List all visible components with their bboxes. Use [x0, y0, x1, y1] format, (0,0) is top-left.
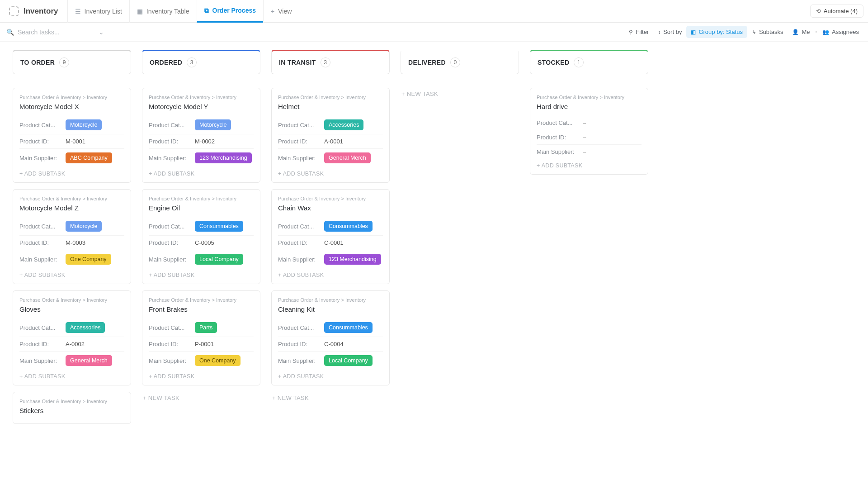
plus-icon: +: [271, 8, 274, 15]
tag-pill[interactable]: 123 Merchandising: [324, 254, 381, 265]
groupby-button[interactable]: ◧ Group by: Status: [686, 26, 747, 38]
tab-label: View: [278, 8, 292, 15]
field-value: A-0002: [66, 341, 85, 347]
task-card[interactable]: Purchase Order & Inventory > InventoryGl…: [13, 290, 131, 385]
task-card[interactable]: Purchase Order & Inventory > InventoryMo…: [142, 88, 260, 183]
tag-pill[interactable]: Accessories: [66, 322, 105, 333]
tag-pill[interactable]: Accessories: [324, 119, 363, 130]
tag-pill[interactable]: Consummables: [324, 322, 373, 333]
tag-pill[interactable]: Motorcycle: [195, 119, 231, 130]
card-title: Motorcycle Model Z: [19, 204, 124, 212]
column-header[interactable]: TO ORDER9: [13, 50, 131, 74]
field-value: C-0005: [195, 239, 214, 246]
tab-inventory-list[interactable]: ☰Inventory List: [67, 0, 129, 23]
column-body: Purchase Order & Inventory > InventoryHa…: [530, 88, 648, 175]
card-field-row: Product Cat...Consummables: [149, 217, 254, 235]
task-card[interactable]: Purchase Order & Inventory > InventoryCl…: [271, 290, 390, 385]
tab-inventory-table[interactable]: ▦Inventory Table: [129, 0, 197, 23]
field-label: Product Cat...: [149, 324, 192, 331]
card-breadcrumb: Purchase Order & Inventory > Inventory: [278, 297, 383, 303]
filter-button[interactable]: ⚲ Filter: [624, 26, 653, 38]
field-label: Product Cat...: [278, 223, 321, 230]
add-subtask-button[interactable]: + ADD SUBTASK: [278, 370, 383, 381]
tag-pill[interactable]: Consummables: [324, 221, 373, 232]
tab-order-process[interactable]: ⧉Order Process: [197, 0, 264, 23]
new-task-button[interactable]: + NEW TASK: [271, 392, 390, 404]
add-subtask-button[interactable]: + ADD SUBTASK: [19, 370, 124, 381]
card-field-row: Product Cat...–: [537, 116, 642, 130]
card-title: Stickers: [19, 407, 124, 414]
column-header[interactable]: DELIVERED0: [401, 50, 519, 74]
field-label: Product Cat...: [537, 119, 580, 126]
subtasks-button[interactable]: ↳ Subtasks: [747, 26, 788, 38]
task-card[interactable]: Purchase Order & Inventory > InventoryMo…: [13, 88, 131, 183]
tag-pill[interactable]: Local Company: [195, 254, 243, 265]
groupby-label: Group by: Status: [698, 29, 743, 35]
automate-button[interactable]: ⟲ Automate (4): [810, 5, 863, 18]
card-field-row: Product Cat...Motorcycle: [19, 217, 124, 235]
column-title: TO ORDER: [20, 59, 55, 66]
card-field-row: Main Supplier:–: [537, 144, 642, 159]
me-button[interactable]: 👤 Me: [788, 26, 814, 38]
search-input[interactable]: [18, 29, 85, 36]
task-card[interactable]: Purchase Order & Inventory > InventoryHa…: [530, 88, 648, 175]
tag-pill[interactable]: General Merch: [66, 355, 112, 366]
tag-pill[interactable]: Motorcycle: [66, 119, 102, 130]
tab-add-view[interactable]: +View: [263, 0, 299, 23]
tag-pill[interactable]: One Company: [195, 355, 241, 366]
add-subtask-button[interactable]: + ADD SUBTASK: [537, 159, 642, 171]
tag-pill[interactable]: Parts: [195, 322, 217, 333]
subtasks-icon: ↳: [752, 29, 756, 35]
tag-pill[interactable]: ABC Company: [66, 152, 112, 163]
field-label: Main Supplier:: [537, 148, 580, 155]
field-value-empty: –: [583, 119, 586, 126]
tag-pill[interactable]: One Company: [66, 254, 111, 265]
new-task-button[interactable]: + NEW TASK: [142, 392, 260, 404]
add-subtask-button[interactable]: + ADD SUBTASK: [149, 167, 254, 179]
card-title: Helmet: [278, 103, 383, 110]
assignees-button[interactable]: 👥 Assignees: [818, 26, 863, 38]
app-title-text: Inventory: [24, 7, 58, 16]
search-wrap[interactable]: 🔍 ⌄: [5, 29, 104, 36]
tag-pill[interactable]: Local Company: [324, 355, 373, 366]
chevron-down-icon[interactable]: ⌄: [99, 29, 104, 36]
column-body: Purchase Order & Inventory > InventoryMo…: [142, 88, 260, 404]
column-ordered: ORDERED3Purchase Order & Inventory > Inv…: [142, 50, 260, 404]
tag-pill[interactable]: General Merch: [324, 152, 371, 163]
subtasks-label: Subtasks: [759, 29, 783, 35]
column-body: + NEW TASK: [401, 88, 519, 100]
card-breadcrumb: Purchase Order & Inventory > Inventory: [19, 297, 124, 303]
add-subtask-button[interactable]: + ADD SUBTASK: [19, 268, 124, 280]
task-card[interactable]: Purchase Order & Inventory > InventoryMo…: [13, 189, 131, 284]
field-label: Product ID:: [149, 239, 192, 246]
field-value: M-0001: [66, 138, 85, 145]
tag-pill[interactable]: 123 Merchandising: [195, 152, 252, 163]
group-icon: ◧: [691, 29, 696, 35]
sortby-button[interactable]: ↕ Sort by: [653, 26, 686, 38]
task-card[interactable]: Purchase Order & Inventory > InventoryHe…: [271, 88, 390, 183]
column-count: 3: [321, 57, 330, 67]
task-card[interactable]: Purchase Order & Inventory > InventoryCh…: [271, 189, 390, 284]
card-title: Engine Oil: [149, 204, 254, 212]
search-icon: 🔍: [6, 29, 14, 36]
add-subtask-button[interactable]: + ADD SUBTASK: [149, 268, 254, 280]
tag-pill[interactable]: Motorcycle: [66, 221, 102, 232]
task-card[interactable]: Purchase Order & Inventory > InventorySt…: [13, 392, 131, 424]
task-card[interactable]: Purchase Order & Inventory > InventoryEn…: [142, 189, 260, 284]
new-task-button[interactable]: + NEW TASK: [401, 88, 519, 100]
card-field-row: Main Supplier:Local Company: [149, 250, 254, 268]
card-field-row: Product ID:M-0003: [19, 235, 124, 250]
add-subtask-button[interactable]: + ADD SUBTASK: [19, 167, 124, 179]
card-title: Hard drive: [537, 103, 642, 110]
add-subtask-button[interactable]: + ADD SUBTASK: [149, 370, 254, 381]
column-header[interactable]: STOCKED1: [530, 50, 648, 74]
card-field-row: Main Supplier:123 Merchandising: [278, 250, 383, 268]
add-subtask-button[interactable]: + ADD SUBTASK: [278, 167, 383, 179]
add-subtask-button[interactable]: + ADD SUBTASK: [278, 268, 383, 280]
task-card[interactable]: Purchase Order & Inventory > InventoryFr…: [142, 290, 260, 385]
me-label: Me: [802, 29, 810, 35]
filter-label: Filter: [636, 29, 649, 35]
column-header[interactable]: IN TRANSIT3: [271, 50, 390, 74]
tag-pill[interactable]: Consummables: [195, 221, 243, 232]
column-header[interactable]: ORDERED3: [142, 50, 260, 74]
